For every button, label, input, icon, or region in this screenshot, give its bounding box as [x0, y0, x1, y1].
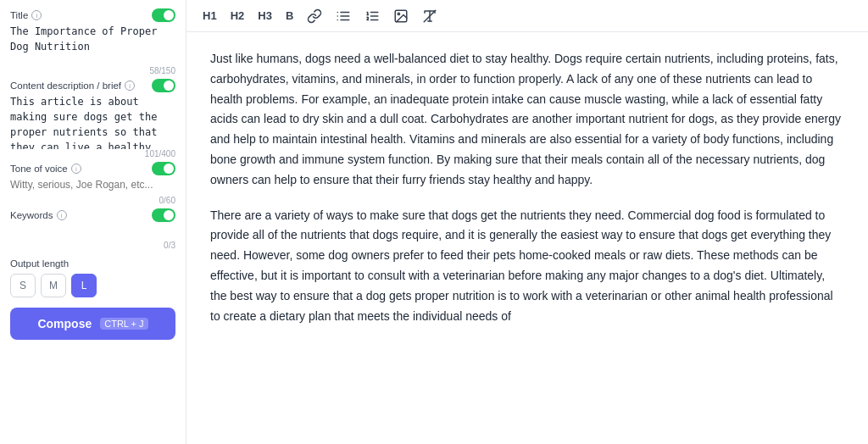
size-buttons-group: S M L	[10, 274, 175, 297]
description-field-row: Content description / brief i	[10, 79, 175, 92]
keywords-char-count: 0/3	[10, 241, 175, 250]
description-input[interactable]: This article is about making sure dogs g…	[10, 94, 175, 149]
editor-toolbar: H1 H2 H3 B	[186, 0, 868, 32]
title-field-row: Title i	[10, 8, 175, 22]
description-toggle[interactable]	[152, 79, 175, 92]
h1-button[interactable]: H1	[198, 7, 221, 25]
title-toggle[interactable]	[152, 8, 175, 22]
content-paragraph-2: There are a variety of ways to make sure…	[210, 206, 844, 327]
tone-char-count: 0/60	[10, 196, 175, 205]
description-info-icon[interactable]: i	[125, 80, 135, 91]
tone-label: Tone of voice i	[10, 164, 81, 174]
content-area[interactable]: Just like humans, dogs need a well-balan…	[186, 32, 868, 444]
tone-info-icon[interactable]: i	[71, 164, 81, 174]
tone-field-row: Tone of voice i	[10, 162, 175, 175]
description-char-count: 101/400	[10, 149, 175, 158]
clear-format-button[interactable]	[418, 6, 442, 26]
image-icon	[393, 8, 409, 24]
keywords-field-row: Keywords i	[10, 208, 175, 222]
output-length-section: Output length S M L	[10, 258, 175, 297]
image-button[interactable]	[389, 6, 413, 26]
link-button[interactable]	[303, 6, 326, 26]
description-label: Content description / brief i	[10, 80, 135, 91]
content-paragraph-1: Just like humans, dogs need a well-balan…	[210, 49, 844, 191]
title-input[interactable]: The Importance of Proper Dog Nutrition	[10, 24, 175, 66]
compose-shortcut: CTRL + J	[100, 318, 147, 330]
tone-toggle[interactable]	[152, 162, 175, 175]
title-info-icon[interactable]: i	[31, 10, 42, 20]
keywords-label: Keywords i	[10, 210, 67, 220]
tone-input[interactable]	[10, 177, 175, 192]
unordered-list-icon	[336, 8, 351, 24]
title-char-count: 58/150	[10, 66, 175, 75]
output-length-label: Output length	[10, 258, 175, 269]
size-small-button[interactable]: S	[10, 274, 36, 297]
link-icon	[307, 8, 322, 24]
compose-button[interactable]: Compose CTRL + J	[10, 308, 175, 340]
right-panel: H1 H2 H3 B	[186, 0, 868, 444]
size-large-button[interactable]: L	[71, 274, 97, 297]
h2-button[interactable]: H2	[226, 7, 249, 25]
ordered-list-button[interactable]	[360, 6, 384, 26]
title-label: Title i	[10, 10, 42, 20]
keywords-toggle[interactable]	[152, 208, 175, 222]
svg-point-10	[398, 13, 400, 14]
h3-button[interactable]: H3	[253, 7, 276, 25]
bold-button[interactable]: B	[281, 7, 298, 25]
clear-format-icon	[422, 8, 437, 24]
ordered-list-icon	[364, 8, 380, 24]
left-panel: Title i The Importance of Proper Dog Nut…	[0, 0, 186, 444]
unordered-list-button[interactable]	[331, 6, 355, 26]
size-medium-button[interactable]: M	[41, 274, 66, 297]
keywords-info-icon[interactable]: i	[57, 210, 67, 220]
compose-label: Compose	[37, 317, 92, 330]
